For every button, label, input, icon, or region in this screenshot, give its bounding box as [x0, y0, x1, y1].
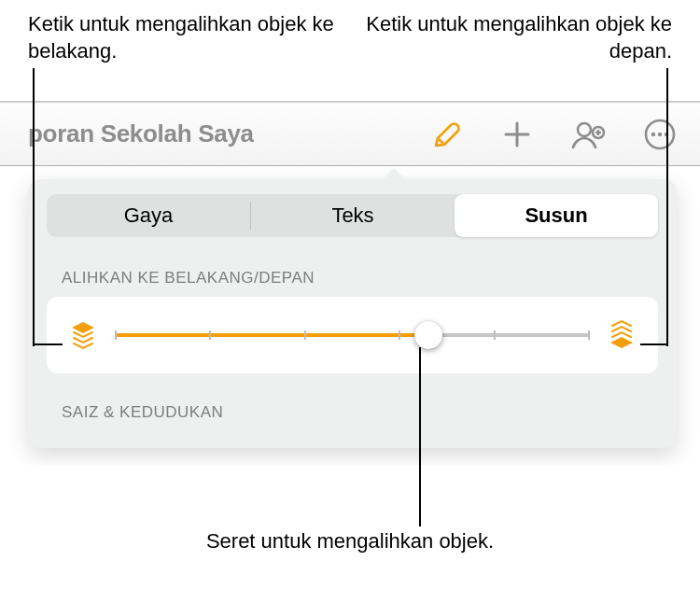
slider-tick	[209, 330, 211, 340]
more-ellipsis-icon[interactable]	[643, 118, 677, 151]
insert-plus-icon[interactable]	[501, 119, 533, 150]
tab-arrange[interactable]: Susun	[455, 194, 658, 237]
slider-tick	[494, 330, 496, 340]
slider-tick	[304, 330, 306, 340]
leader-line	[33, 68, 35, 96]
slider-tick	[399, 330, 400, 340]
leader-line	[640, 344, 666, 345]
leader-line	[666, 68, 668, 96]
slider-thumb[interactable]	[414, 321, 442, 349]
send-backward-icon[interactable]	[67, 319, 99, 351]
collaborate-icon[interactable]	[570, 118, 606, 151]
layer-order-row	[47, 297, 658, 373]
callout-move-backward: Ketik untuk mengalihkan objek ke belakan…	[28, 11, 345, 64]
format-inspector-popover: Gaya Teks Susun ALIHKAN KE BELAKANG/DEPA…	[28, 179, 677, 448]
inspector-tab-segment: Gaya Teks Susun	[47, 194, 658, 237]
svg-point-3	[651, 132, 655, 135]
callout-drag-slider: Seret untuk mengalihkan objek.	[206, 528, 494, 555]
leader-line	[33, 344, 63, 345]
slider-track-fill	[116, 333, 428, 337]
format-brush-icon[interactable]	[430, 118, 464, 151]
callout-move-forward: Ketik untuk mengalihkan objek ke depan.	[355, 11, 672, 64]
popover-caret	[381, 168, 407, 181]
leader-line	[33, 96, 35, 346]
tab-text[interactable]: Teks	[251, 194, 455, 237]
layer-order-slider[interactable]	[116, 322, 589, 348]
bring-forward-icon[interactable]	[606, 319, 637, 351]
document-title: poran Sekolah Saya	[28, 119, 254, 148]
section-move-header: ALIHKAN KE BELAKANG/DEPAN	[28, 252, 677, 297]
leader-line	[419, 347, 421, 526]
svg-point-4	[658, 132, 662, 135]
leader-line	[666, 96, 668, 346]
slider-tick	[115, 330, 117, 340]
tab-style[interactable]: Gaya	[47, 194, 250, 237]
app-toolbar: poran Sekolah Saya	[0, 101, 700, 166]
slider-tick	[588, 330, 590, 340]
section-size-header: SAIZ & KEDUDUKAN	[28, 373, 677, 448]
svg-point-0	[578, 123, 591, 136]
